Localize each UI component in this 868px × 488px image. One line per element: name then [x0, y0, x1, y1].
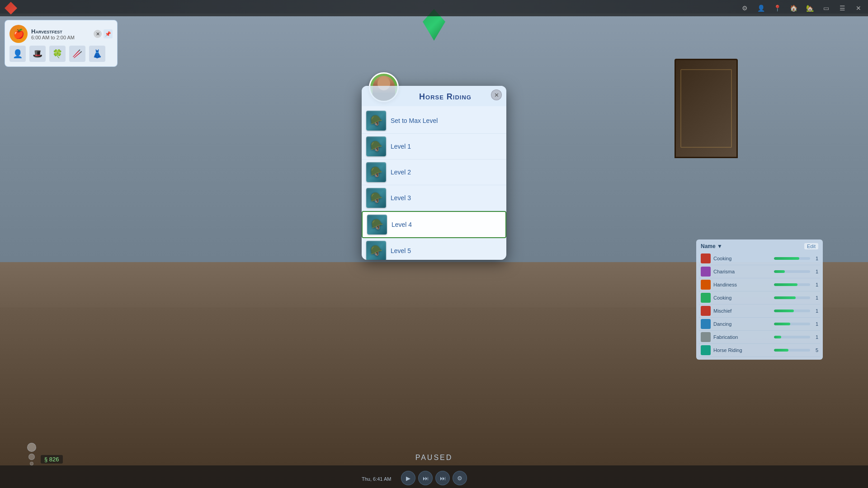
sim-character-area — [27, 443, 36, 465]
skill-row-fill-7 — [774, 349, 788, 352]
skill-row-5: Dancing 1 — [699, 318, 820, 331]
skill-level-item-level-1[interactable]: 🪖Level 1 — [362, 134, 506, 160]
skill-row-name-6: Fabrication — [713, 334, 771, 340]
skills-edit-button[interactable]: Edit — [804, 243, 818, 249]
skill-level-item-level-5[interactable]: 🪖Level 5 — [362, 238, 506, 260]
play-button[interactable]: ▶ — [401, 471, 415, 485]
wrench-icon[interactable]: ⚙ — [740, 3, 750, 13]
skill-row-bar-2 — [774, 283, 810, 286]
skill-row-bar-7 — [774, 349, 810, 352]
location-icon[interactable]: 📍 — [772, 3, 782, 13]
skill-row-bar-6 — [774, 336, 810, 338]
skill-row-icon-2 — [701, 280, 711, 290]
skill-level-label-level-2: Level 2 — [391, 169, 411, 176]
playback-controls: ▶ ⏭ ⏭ ⚙ — [401, 471, 467, 485]
skill-row-level-1: 1 — [813, 269, 818, 274]
thought-bubble-small — [30, 462, 33, 465]
notification-pin-icon[interactable]: 📌 — [104, 29, 113, 38]
skill-row-bar-1 — [774, 270, 810, 273]
bottom-bar: ▶ ⏭ ⏭ ⚙ — [0, 465, 868, 488]
skill-row-icon-6 — [701, 332, 711, 342]
skill-level-item-level-3[interactable]: 🪖Level 3 — [362, 185, 506, 211]
hud-right: ⚙ 👤 📍 🏠 🏡 ▭ ☰ ✕ — [740, 3, 863, 13]
modal-title-bar: Horse Riding ✕ — [362, 86, 506, 106]
skill-row-2: Handiness 1 — [699, 278, 820, 291]
top-hud: ⚙ 👤 📍 🏠 🏡 ▭ ☰ ✕ — [0, 0, 868, 16]
skill-row-fill-0 — [774, 257, 799, 260]
horse-riding-modal: Horse Riding ✕ 🪖Set to Max Level🪖Level 1… — [362, 86, 506, 260]
thought-bubble-large — [27, 443, 36, 452]
paused-label: Paused — [415, 454, 453, 462]
time-display: Thu, 6:41 AM — [362, 476, 391, 482]
skill-level-label-level-3: Level 3 — [391, 194, 411, 202]
ultra-speed-button[interactable]: ⏭ — [435, 471, 450, 485]
skill-level-label-set-max: Set to Max Level — [391, 117, 438, 124]
skill-icon-level-5: 🪖 — [366, 241, 386, 260]
notif-icon-sim: 👤 — [9, 46, 26, 62]
skill-level-item-level-2[interactable]: 🪖Level 2 — [362, 160, 506, 185]
skill-level-label-level-5: Level 5 — [391, 247, 411, 254]
skill-level-label-level-1: Level 1 — [391, 143, 411, 150]
thought-bubbles-group — [27, 443, 36, 465]
person-icon[interactable]: 👤 — [756, 3, 766, 13]
skill-row-icon-5 — [701, 319, 711, 329]
skill-row-fill-6 — [774, 336, 781, 338]
notification-activity-icons: 👤 🎩 🍀 🥢 👗 — [9, 46, 113, 62]
sims-logo-icon[interactable] — [5, 2, 17, 14]
skill-row-name-2: Handiness — [713, 282, 771, 287]
hud-left — [5, 2, 17, 14]
close-hud-icon[interactable]: ✕ — [854, 3, 863, 13]
skill-row-level-5: 1 — [813, 321, 818, 327]
skill-row-level-7: 5 — [813, 347, 818, 353]
skill-level-item-level-4[interactable]: 🪖Level 4 — [362, 211, 506, 238]
skills-sort-label: Name ▼ — [701, 243, 722, 249]
door — [675, 59, 738, 158]
skill-row-bar-4 — [774, 310, 810, 312]
skill-row-name-1: Charisma — [713, 269, 771, 274]
skill-icon-level-3: 🪖 — [366, 188, 386, 208]
skill-icon-level-1: 🪖 — [366, 136, 386, 156]
modal-title: Horse Riding — [419, 92, 472, 102]
menu-icon[interactable]: ☰ — [837, 3, 847, 13]
notification-event-icon: 🍎 — [9, 25, 28, 43]
notif-icon-clothes: 👗 — [89, 46, 105, 62]
skill-row-name-7: Horse Riding — [713, 347, 771, 353]
skill-row-7: Horse Riding 5 — [699, 344, 820, 357]
notif-icon-clover: 🍀 — [49, 46, 66, 62]
modal-close-button[interactable]: ✕ — [491, 89, 502, 100]
skill-row-0: Cooking 1 — [699, 252, 820, 265]
skill-row-6: Fabrication 1 — [699, 331, 820, 344]
options-button[interactable]: ⚙ — [453, 471, 467, 485]
money-display: § 826 — [41, 455, 63, 464]
skill-level-list: 🪖Set to Max Level🪖Level 1🪖Level 2🪖Level … — [362, 106, 506, 260]
notification-close-button[interactable]: ✕ — [94, 30, 102, 38]
skill-row-icon-1 — [701, 267, 711, 277]
skill-row-name-3: Cooking — [713, 295, 771, 300]
skill-row-bar-5 — [774, 323, 810, 325]
skill-row-fill-2 — [774, 283, 797, 286]
notification-panel: 🍎 Harvestfest 6:00 AM to 2:00 AM ✕ 📌 👤 🎩… — [5, 20, 118, 67]
skill-row-fill-5 — [774, 323, 790, 325]
home-icon[interactable]: 🏠 — [788, 3, 798, 13]
ui-icon[interactable]: ▭ — [821, 3, 831, 13]
skill-level-label-level-4: Level 4 — [392, 221, 412, 228]
skill-row-level-2: 1 — [813, 282, 818, 287]
skill-row-fill-3 — [774, 296, 796, 299]
skill-row-level-0: 1 — [813, 256, 818, 261]
notif-icon-hat: 🎩 — [29, 46, 46, 62]
thought-bubble-medium — [28, 454, 35, 460]
skill-row-name-4: Mischief — [713, 308, 771, 314]
skill-row-level-4: 1 — [813, 308, 818, 314]
notification-title-group: Harvestfest 6:00 AM to 2:00 AM — [31, 28, 94, 40]
skill-level-item-set-max[interactable]: 🪖Set to Max Level — [362, 108, 506, 134]
neighborhood-icon[interactable]: 🏡 — [805, 3, 815, 13]
skill-row-fill-1 — [774, 270, 785, 273]
skill-icon-level-4: 🪖 — [367, 215, 387, 235]
skill-row-bar-0 — [774, 257, 810, 260]
skill-row-name-5: Dancing — [713, 321, 771, 327]
skills-panel-header: Name ▼ Edit — [699, 242, 820, 250]
skill-icon-level-2: 🪖 — [366, 162, 386, 182]
skill-row-icon-0 — [701, 253, 711, 263]
fast-forward-button[interactable]: ⏭ — [418, 471, 433, 485]
skill-row-level-3: 1 — [813, 295, 818, 300]
